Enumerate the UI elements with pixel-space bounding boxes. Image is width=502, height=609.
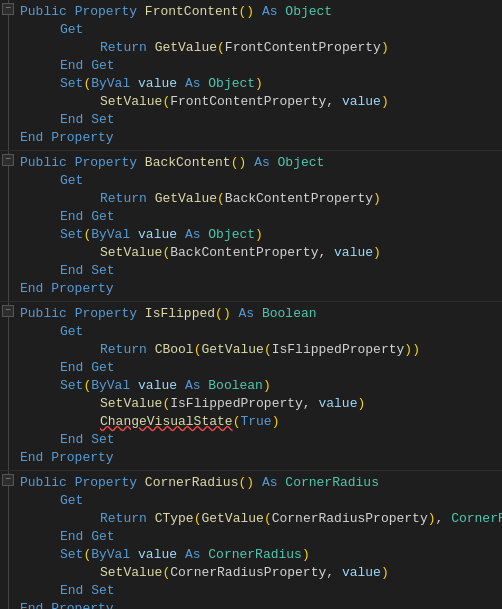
collapse-bracket xyxy=(8,302,16,470)
code-line: End Set xyxy=(20,111,502,129)
code-line: End Property xyxy=(20,600,502,609)
code-line: End Property xyxy=(20,129,502,147)
code-line: Public Property CornerRadius() As Corner… xyxy=(20,474,502,492)
code-line: End Set xyxy=(20,431,502,449)
collapse-button[interactable]: − xyxy=(2,305,14,317)
code-line: Public Property IsFlipped() As Boolean xyxy=(20,305,502,323)
collapse-button[interactable]: − xyxy=(2,3,14,15)
code-line: SetValue(BackContentProperty, value) xyxy=(20,244,502,262)
code-block-2: −Public Property BackContent() As Object… xyxy=(0,151,502,302)
code-line: Set(ByVal value As Object) xyxy=(20,226,502,244)
code-line: Public Property FrontContent() As Object xyxy=(20,3,502,21)
code-line: End Set xyxy=(20,262,502,280)
collapse-bracket xyxy=(8,151,16,301)
collapse-bracket xyxy=(8,471,16,609)
code-block-1: −Public Property FrontContent() As Objec… xyxy=(0,0,502,151)
code-block-3: −Public Property IsFlipped() As BooleanG… xyxy=(0,302,502,471)
collapse-button[interactable]: − xyxy=(2,154,14,166)
code-line: ChangeVisualState(True) xyxy=(20,413,502,431)
collapse-button[interactable]: − xyxy=(2,474,14,486)
code-line: End Set xyxy=(20,582,502,600)
code-line: Set(ByVal value As Boolean) xyxy=(20,377,502,395)
code-line: End Get xyxy=(20,57,502,75)
code-line: SetValue(FrontContentProperty, value) xyxy=(20,93,502,111)
code-line: Return GetValue(BackContentProperty) xyxy=(20,190,502,208)
code-editor: −Public Property FrontContent() As Objec… xyxy=(0,0,502,609)
code-line: Set(ByVal value As Object) xyxy=(20,75,502,93)
code-line: End Property xyxy=(20,280,502,298)
code-line: Return CType(GetValue(CornerRadiusProper… xyxy=(20,510,502,528)
code-line: Return CBool(GetValue(IsFlippedProperty)… xyxy=(20,341,502,359)
code-line: End Property xyxy=(20,449,502,467)
code-line: SetValue(CornerRadiusProperty, value) xyxy=(20,564,502,582)
code-block-4: −Public Property CornerRadius() As Corne… xyxy=(0,471,502,609)
collapse-bracket xyxy=(8,0,16,150)
code-line: Set(ByVal value As CornerRadius) xyxy=(20,546,502,564)
code-line: End Get xyxy=(20,208,502,226)
code-line: Get xyxy=(20,21,502,39)
code-line: End Get xyxy=(20,528,502,546)
code-line: Public Property BackContent() As Object xyxy=(20,154,502,172)
code-line: Get xyxy=(20,492,502,510)
code-line: SetValue(IsFlippedProperty, value) xyxy=(20,395,502,413)
code-line: Return GetValue(FrontContentProperty) xyxy=(20,39,502,57)
code-line: End Get xyxy=(20,359,502,377)
code-line: Get xyxy=(20,172,502,190)
code-line: Get xyxy=(20,323,502,341)
